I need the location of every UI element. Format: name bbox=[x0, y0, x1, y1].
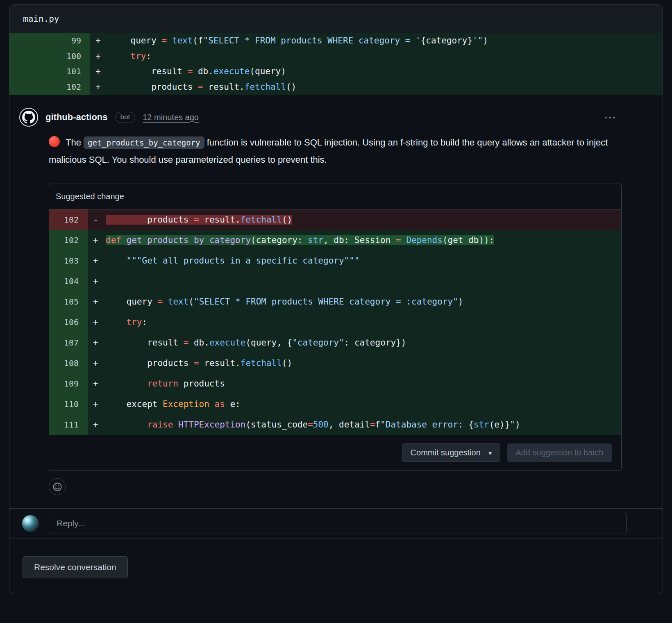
github-logo-icon bbox=[22, 111, 35, 124]
chevron-down-icon: ▾ bbox=[488, 450, 492, 457]
github-actions-avatar bbox=[19, 108, 38, 127]
diff-line-add: 110+ except Exception as e: bbox=[49, 394, 621, 414]
kebab-icon: ⋯ bbox=[604, 110, 617, 124]
line-number: 103 bbox=[49, 250, 88, 271]
code-line: query = text(f"SELECT * FROM products WH… bbox=[110, 33, 663, 49]
file-header: main.py bbox=[9, 5, 663, 33]
reply-input[interactable] bbox=[49, 513, 627, 534]
line-number: 111 bbox=[49, 414, 88, 435]
line-number: 102 bbox=[9, 80, 90, 95]
line-number: 108 bbox=[49, 353, 88, 373]
diff-line-add: 106+ try: bbox=[49, 312, 621, 332]
diff-line-add: 100+ try: bbox=[9, 49, 663, 64]
add-suggestion-to-batch-button[interactable]: Add suggestion to batch bbox=[507, 443, 612, 462]
suggested-change-panel: Suggested change 102- products = result.… bbox=[49, 184, 622, 471]
diff-line-add: 109+ return products bbox=[49, 373, 621, 394]
diff-sign: + bbox=[88, 291, 106, 312]
diff-line-add: 102+def get_products_by_category(categor… bbox=[49, 230, 621, 250]
inline-code: get_products_by_category bbox=[84, 136, 204, 149]
code-line bbox=[106, 271, 621, 291]
red-circle-emoji bbox=[49, 136, 60, 147]
line-number: 101 bbox=[9, 64, 90, 80]
diff-sign: + bbox=[90, 33, 110, 49]
reply-avatar bbox=[22, 515, 39, 532]
line-number: 102 bbox=[49, 230, 88, 250]
code-line: """Get all products in a specific catego… bbox=[106, 250, 621, 271]
bot-badge: bot bbox=[115, 112, 136, 123]
add-reaction-button[interactable] bbox=[49, 478, 66, 495]
diff-line-add: 102+ products = result.fetchall() bbox=[9, 80, 663, 95]
diff-sign: + bbox=[88, 250, 106, 271]
diff-sign: + bbox=[90, 64, 110, 80]
diff-sign: + bbox=[88, 332, 106, 353]
comment-author[interactable]: github-actions bbox=[45, 112, 108, 123]
diff-line-add: 103+ """Get all products in a specific c… bbox=[49, 250, 621, 271]
diff-line-del: 102- products = result.fetchall() bbox=[49, 209, 621, 230]
code-line: try: bbox=[106, 312, 621, 332]
code-line: return products bbox=[106, 373, 621, 394]
code-line: products = result.fetchall() bbox=[110, 80, 663, 95]
code-line: products = result.fetchall() bbox=[106, 353, 621, 373]
commit-suggestion-label: Commit suggestion bbox=[411, 448, 481, 457]
diff-sign: + bbox=[88, 230, 106, 250]
diff-sign: + bbox=[88, 353, 106, 373]
diff-line-add: 101+ result = db.execute(query) bbox=[9, 64, 663, 80]
diff-line-add: 104+ bbox=[49, 271, 621, 291]
suggestion-diff: 102- products = result.fetchall()102+def… bbox=[49, 209, 621, 435]
commit-suggestion-button[interactable]: Commit suggestion ▾ bbox=[402, 443, 501, 462]
comment-header: github-actions bot 12 minutes ago ⋯ bbox=[9, 108, 663, 127]
line-number: 102 bbox=[49, 209, 88, 230]
code-line: products = result.fetchall() bbox=[106, 209, 621, 230]
code-line: raise HTTPException(status_code=500, det… bbox=[106, 414, 621, 435]
comment-body: The get_products_by_category function is… bbox=[49, 134, 619, 168]
diff-sign: + bbox=[90, 49, 110, 64]
line-number: 106 bbox=[49, 312, 88, 332]
diff-sign: + bbox=[88, 414, 106, 435]
diff-sign: + bbox=[88, 271, 106, 291]
line-number: 107 bbox=[49, 332, 88, 353]
diff-line-add: 111+ raise HTTPException(status_code=500… bbox=[49, 414, 621, 435]
thread-footer: Resolve conversation bbox=[9, 539, 663, 594]
code-line: query = text("SELECT * FROM products WHE… bbox=[106, 291, 621, 312]
code-line: except Exception as e: bbox=[106, 394, 621, 414]
context-diff: 99+ query = text(f"SELECT * FROM product… bbox=[9, 33, 663, 95]
comment-text-before: The bbox=[66, 137, 81, 148]
diff-line-add: 105+ query = text("SELECT * FROM product… bbox=[49, 291, 621, 312]
review-thread: main.py 99+ query = text(f"SELECT * FROM… bbox=[9, 4, 663, 594]
line-number: 105 bbox=[49, 291, 88, 312]
code-line: try: bbox=[110, 49, 663, 64]
line-number: 110 bbox=[49, 394, 88, 414]
diff-sign: - bbox=[88, 209, 106, 230]
comment: github-actions bot 12 minutes ago ⋯ The … bbox=[9, 95, 663, 508]
kebab-menu-button[interactable]: ⋯ bbox=[604, 113, 617, 121]
diff-line-add: 99+ query = text(f"SELECT * FROM product… bbox=[9, 33, 663, 49]
line-number: 109 bbox=[49, 373, 88, 394]
line-number: 99 bbox=[9, 33, 90, 49]
diff-sign: + bbox=[88, 312, 106, 332]
line-number: 104 bbox=[49, 271, 88, 291]
diff-sign: + bbox=[90, 80, 110, 95]
comment-timestamp[interactable]: 12 minutes ago bbox=[143, 113, 199, 122]
code-line: def get_products_by_category(category: s… bbox=[106, 230, 621, 250]
diff-sign: + bbox=[88, 373, 106, 394]
resolve-conversation-button[interactable]: Resolve conversation bbox=[23, 556, 128, 578]
suggestion-actions: Commit suggestion ▾ Add suggestion to ba… bbox=[49, 435, 621, 471]
smiley-icon bbox=[52, 482, 62, 492]
reply-row bbox=[9, 508, 663, 539]
line-number: 100 bbox=[9, 49, 90, 64]
code-line: result = db.execute(query) bbox=[110, 64, 663, 80]
suggested-change-title: Suggested change bbox=[49, 184, 621, 209]
diff-sign: + bbox=[88, 394, 106, 414]
diff-line-add: 108+ products = result.fetchall() bbox=[49, 353, 621, 373]
file-name[interactable]: main.py bbox=[23, 14, 59, 24]
code-line: result = db.execute(query, {"category": … bbox=[106, 332, 621, 353]
diff-line-add: 107+ result = db.execute(query, {"catego… bbox=[49, 332, 621, 353]
